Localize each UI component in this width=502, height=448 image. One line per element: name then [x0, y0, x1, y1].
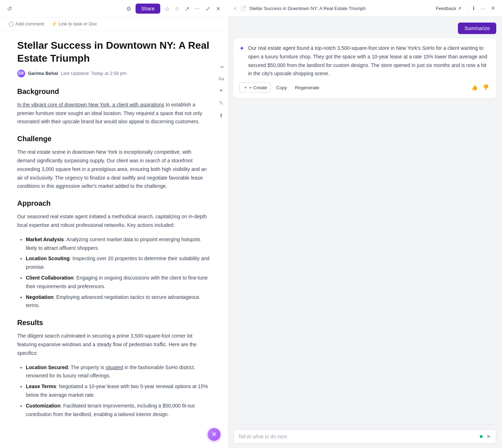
doc-meta-text: Garima Behal Last Updated: Today at 2:58… — [28, 71, 127, 76]
ai-send-button[interactable]: ➤ — [486, 432, 492, 440]
cursor-icon[interactable]: ↗ — [183, 4, 191, 14]
close-icon[interactable]: ✕ — [214, 4, 222, 14]
approach-bullet-list: Market Analysis: Analyzing current marke… — [17, 235, 210, 310]
thumbs-up-button[interactable]: 👍 — [470, 83, 479, 92]
results-bullet-list: Location Secured: The property is situat… — [17, 363, 210, 419]
comment-icon: ◯ — [9, 21, 14, 27]
external-link-icon: ↗ — [458, 6, 461, 11]
ai-input-wrapper: ➤ — [233, 429, 496, 444]
list-item: Location Scouting: Inspecting over 20 pr… — [26, 254, 210, 272]
ai-main-content: Summarize ✦ Our real estate agent found … — [228, 17, 502, 424]
left-panel: ↺ ⚙ Share ☆ ○ ↗ ··· ⤢ ✕ ◯ Add comment ⚡ … — [0, 0, 228, 448]
approach-intro: Our seasoned real estate agent initiated… — [17, 213, 210, 230]
feedback-label: Feedback — [436, 6, 456, 11]
list-item: Negotiation: Employing advanced negotiat… — [26, 293, 210, 310]
ai-response-header: ✦ Our real estate agent found a top-notc… — [239, 44, 491, 78]
challenge-heading: Challenge — [17, 135, 210, 143]
info-icon[interactable]: ℹ — [471, 4, 476, 13]
ai-response-card: ✦ Our real estate agent found a top-notc… — [233, 38, 496, 98]
background-link[interactable]: In the vibrant core of downtown New York… — [17, 102, 164, 108]
author-avatar: GB — [17, 70, 25, 77]
font-size-icon[interactable]: Aa — [217, 75, 226, 83]
results-heading: Results — [17, 319, 210, 327]
settings-icon[interactable]: ⚙ — [125, 4, 133, 14]
ai-chat-input[interactable] — [238, 434, 477, 439]
share-button[interactable]: Share — [136, 4, 160, 14]
ai-response-actions: ＋ + Create Copy Regenerate 👍 👎 — [239, 82, 491, 92]
toolbar-right: ⚙ Share ☆ ○ ↗ ··· ⤢ ✕ — [125, 4, 222, 14]
ai-actions-left: ＋ + Create Copy Regenerate — [239, 82, 322, 92]
doc-meta: GB Garima Behal Last Updated: Today at 2… — [17, 70, 210, 77]
ai-fab-button[interactable]: ✕ — [208, 428, 221, 441]
right-panel: ‹ 📄 Stellar Success in Downtown NY: A Re… — [228, 0, 502, 448]
summarize-button[interactable]: Summarize — [458, 23, 496, 34]
link-to-task-button[interactable]: ⚡ Link to task or Doc — [48, 20, 100, 28]
close-panel-icon[interactable]: ✕ — [489, 4, 497, 13]
ai-header-actions: Feedback ↗ ℹ ··· ✕ — [434, 4, 497, 13]
list-item: Location Secured: The property is situat… — [26, 363, 210, 381]
ai-response-text: Our real estate agent found a top-notch … — [248, 44, 491, 78]
divider — [467, 5, 468, 11]
doc-icon: 📄 — [240, 5, 246, 11]
list-item: Client Collaboration: Engaging in ongoin… — [26, 274, 210, 291]
ai-actions-right: 👍 👎 — [470, 83, 491, 92]
left-toolbar: ↺ ⚙ Share ☆ ○ ↗ ··· ⤢ ✕ — [0, 0, 228, 18]
back-button[interactable]: ‹ — [233, 4, 237, 13]
more-options-icon[interactable]: ··· — [479, 4, 487, 13]
list-item: Lease Terms: Negotiated a 10-year lease … — [26, 382, 210, 400]
background-heading: Background — [17, 87, 210, 96]
doc-content: Stellar Success in Downtown NY: A Real E… — [0, 30, 228, 448]
thumbs-down-button[interactable]: 👎 — [481, 83, 491, 92]
history-icon[interactable]: ↺ — [6, 4, 13, 14]
magic-wand-icon[interactable]: ✦ — [217, 86, 226, 95]
collapse-sidebar-icon[interactable]: ⇥ — [217, 62, 226, 72]
edit-icon[interactable]: ✎ — [217, 98, 226, 108]
challenge-text: The real estate scene in downtown New Yo… — [17, 148, 210, 191]
approach-heading: Approach — [17, 199, 210, 208]
copy-button[interactable]: Copy — [273, 84, 290, 92]
toolbar-left: ↺ — [6, 4, 13, 14]
doc-title: Stellar Success in Downtown NY: A Real E… — [17, 39, 210, 65]
regenerate-button[interactable]: Regenerate — [292, 84, 322, 92]
feedback-button[interactable]: Feedback ↗ — [434, 4, 464, 13]
right-sidebar: ⇥ Aa ✦ ✎ ⬆ — [214, 59, 228, 123]
plus-icon: ＋ — [243, 84, 248, 91]
last-updated: Last Updated: Today at 2:58 pm — [61, 71, 127, 76]
ai-status-dot — [480, 435, 483, 438]
ai-header-left: ‹ 📄 Stellar Success in Downtown NY: A Re… — [233, 4, 366, 13]
expand-icon[interactable]: ⤢ — [204, 4, 212, 14]
results-text: The diligent search culminated in securi… — [17, 332, 210, 357]
list-item: Customization: Facilitated tenant improv… — [26, 402, 210, 419]
background-text: In the vibrant core of downtown New York… — [17, 101, 210, 126]
doc-actions-bar: ◯ Add comment ⚡ Link to task or Doc — [0, 18, 228, 30]
ai-panel-title: Stellar Success in Downtown NY: A Real E… — [249, 6, 365, 11]
list-item: Market Analysis: Analyzing current marke… — [26, 235, 210, 253]
create-button[interactable]: ＋ + Create — [239, 82, 271, 92]
add-comment-button[interactable]: ◯ Add comment — [6, 20, 47, 28]
author-name: Garima Behal — [28, 71, 58, 76]
sparkle-icon: ✦ — [239, 44, 245, 52]
ai-footer: ➤ — [228, 424, 502, 448]
link-icon: ⚡ — [51, 21, 57, 27]
search-icon[interactable]: ○ — [174, 4, 180, 13]
bookmark-icon[interactable]: ☆ — [163, 4, 171, 14]
ai-header: ‹ 📄 Stellar Success in Downtown NY: A Re… — [228, 0, 502, 17]
more-icon[interactable]: ··· — [194, 4, 201, 13]
share-upload-icon[interactable]: ⬆ — [217, 111, 226, 120]
